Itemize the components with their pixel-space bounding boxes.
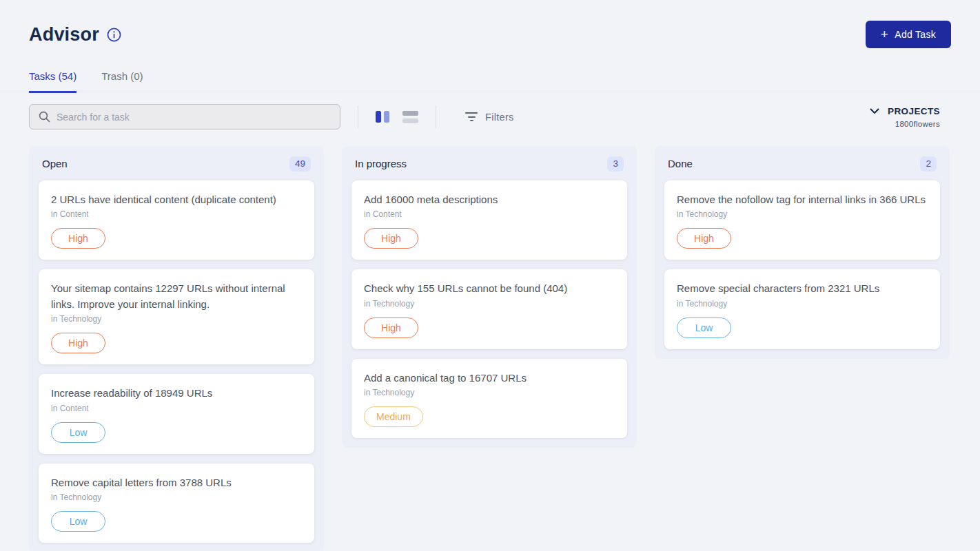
chevron-down-icon xyxy=(870,108,879,114)
column-count-badge: 3 xyxy=(607,156,624,171)
advisor-page: Advisor + Add Task Tasks (54) Trash (0) xyxy=(0,0,980,551)
card-title: Add a canonical tag to 16707 URLs xyxy=(364,371,615,386)
card-list: Add 16000 meta descriptions in Content H… xyxy=(351,180,627,439)
card-category: in Content xyxy=(51,404,302,413)
priority-badge: Low xyxy=(51,511,105,532)
card-title: 2 URLs have identical content (duplicate… xyxy=(51,192,302,208)
task-card[interactable]: Remove the nofollow tag for internal lin… xyxy=(664,180,940,260)
list-view-icon[interactable] xyxy=(402,111,418,123)
card-title: Remove the nofollow tag for internal lin… xyxy=(677,192,928,208)
card-list: 2 URLs have identical content (duplicate… xyxy=(39,180,314,543)
priority-badge: High xyxy=(364,228,418,249)
card-title: Your sitemap contains 12297 URLs without… xyxy=(51,281,302,312)
project-name: 1800flowers xyxy=(870,120,940,128)
task-card[interactable]: 2 URLs have identical content (duplicate… xyxy=(39,180,314,260)
board-view-bar xyxy=(376,111,381,123)
card-category: in Technology xyxy=(364,388,615,397)
card-title: Remove special characters from 2321 URLs xyxy=(677,281,928,297)
projects-label: PROJECTS xyxy=(888,106,940,116)
task-card[interactable]: Remove capital letters from 3788 URLs in… xyxy=(39,464,314,543)
task-card[interactable]: Add 16000 meta descriptions in Content H… xyxy=(351,180,627,260)
info-icon[interactable] xyxy=(107,28,121,42)
list-view-bar xyxy=(402,118,418,123)
card-category: in Content xyxy=(51,209,302,219)
filter-icon xyxy=(465,112,478,121)
card-title: Increase readability of 18949 URLs xyxy=(51,386,302,402)
column-name: Open xyxy=(42,158,68,169)
column-name: In progress xyxy=(355,158,407,169)
board-view-icon[interactable] xyxy=(376,111,389,123)
column-count-badge: 2 xyxy=(920,156,937,171)
add-task-button[interactable]: + Add Task xyxy=(866,21,951,48)
card-title: Add 16000 meta descriptions xyxy=(364,192,615,208)
column-header: Open 49 xyxy=(39,146,314,180)
toolbar: Filters PROJECTS 1800flowers xyxy=(0,92,980,129)
task-card[interactable]: Your sitemap contains 12297 URLs without… xyxy=(39,269,314,364)
board-column: Done 2 Remove the nofollow tag for inter… xyxy=(655,146,950,359)
column-count-badge: 49 xyxy=(289,156,311,171)
priority-badge: High xyxy=(677,228,731,249)
board-view-bar xyxy=(384,111,389,123)
card-list: Remove the nofollow tag for internal lin… xyxy=(664,180,940,349)
priority-badge: High xyxy=(51,333,105,353)
card-category: in Content xyxy=(364,209,615,219)
board-column: Open 49 2 URLs have identical content (d… xyxy=(29,146,324,551)
page-header: Advisor + Add Task xyxy=(0,0,980,48)
task-card[interactable]: Check why 155 URLs cannot be found (404)… xyxy=(351,269,627,349)
list-view-bar xyxy=(402,111,418,116)
tabs: Tasks (54) Trash (0) xyxy=(0,70,980,92)
task-card[interactable]: Increase readability of 18949 URLs in Co… xyxy=(39,374,314,454)
priority-badge: High xyxy=(364,318,418,338)
add-task-label: Add Task xyxy=(895,29,936,40)
priority-badge: Low xyxy=(51,422,105,443)
filters-label: Filters xyxy=(485,112,514,123)
card-category: in Technology xyxy=(677,209,928,219)
column-header: Done 2 xyxy=(664,146,940,180)
card-category: in Technology xyxy=(51,492,302,502)
card-category: in Technology xyxy=(364,299,615,309)
search-icon xyxy=(39,111,50,123)
page-title: Advisor xyxy=(29,24,99,45)
column-name: Done xyxy=(668,158,693,169)
plus-icon: + xyxy=(881,28,888,41)
priority-badge: Low xyxy=(677,318,731,338)
task-card[interactable]: Add a canonical tag to 16707 URLs in Tec… xyxy=(351,359,627,439)
tab-tasks[interactable]: Tasks (54) xyxy=(29,70,76,93)
priority-badge: Medium xyxy=(364,406,423,427)
toolbar-divider xyxy=(358,105,358,128)
card-category: in Technology xyxy=(677,299,928,309)
board: Open 49 2 URLs have identical content (d… xyxy=(0,129,980,551)
search-box[interactable] xyxy=(29,104,340,129)
column-header: In progress 3 xyxy=(351,146,627,180)
projects-dropdown[interactable]: PROJECTS 1800flowers xyxy=(870,106,951,128)
tab-trash[interactable]: Trash (0) xyxy=(101,70,143,93)
card-category: in Technology xyxy=(51,314,302,324)
filters-button[interactable]: Filters xyxy=(465,112,514,123)
toolbar-divider xyxy=(436,105,436,128)
priority-badge: High xyxy=(51,228,105,249)
search-input[interactable] xyxy=(57,112,331,123)
board-column: In progress 3 Add 16000 meta description… xyxy=(342,146,637,448)
title-wrap: Advisor xyxy=(29,24,121,45)
view-toggles xyxy=(376,111,418,123)
card-title: Check why 155 URLs cannot be found (404) xyxy=(364,281,615,297)
card-title: Remove capital letters from 3788 URLs xyxy=(51,475,302,491)
task-card[interactable]: Remove special characters from 2321 URLs… xyxy=(664,269,940,349)
